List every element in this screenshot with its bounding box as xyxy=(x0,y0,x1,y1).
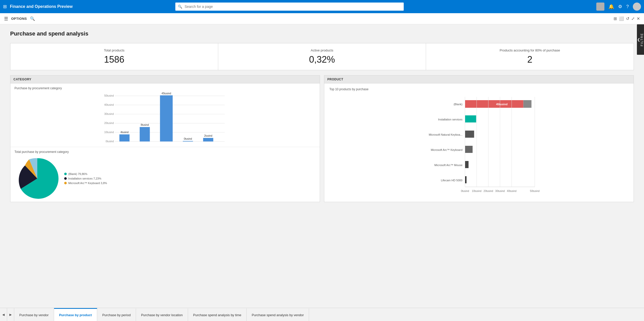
svg-text:40tusind: 40tusind xyxy=(104,103,114,106)
toolbar-right: ⊞ ⬜ ↺ ⤢ ✕ xyxy=(614,16,640,21)
svg-text:20tusind: 20tusind xyxy=(104,122,114,124)
svg-text:10tusind: 10tusind xyxy=(472,190,482,192)
top-navigation: ⊞ Finance and Operations Preview 🔍 🔔 ⚙ ? xyxy=(0,0,644,13)
hbar-installation[interactable] xyxy=(465,115,476,122)
bottom-tabs: ◀ ▶ Purchase by vendor Purchase by produ… xyxy=(0,308,644,321)
legend-arc-keyboard: Microsoft Arc™ Keyboard 3,8% xyxy=(64,182,107,185)
svg-text:8tusind: 8tusind xyxy=(141,123,149,126)
tab-purchase-by-vendor-location[interactable]: Purchase by vendor location xyxy=(136,308,188,321)
svg-text:4tusind: 4tusind xyxy=(120,131,128,134)
svg-text:10tusind: 10tusind xyxy=(104,131,114,134)
hbar-blank-secondary xyxy=(523,100,532,108)
bar-office[interactable] xyxy=(160,95,173,141)
user-avatar[interactable] xyxy=(633,3,641,11)
page-title: Purchase and spend analysis xyxy=(10,30,634,37)
kpi-total-products: Total products 1586 xyxy=(10,43,218,70)
settings-icon[interactable]: ⚙ xyxy=(618,4,622,9)
svg-text:Microsoft Natural Keyboa...: Microsoft Natural Keyboa... xyxy=(429,133,463,136)
hbar-chart-container: Top 10 products by purchase (Blank) 45tu… xyxy=(324,83,634,202)
tab-purchase-by-period[interactable]: Purchase by period xyxy=(97,308,136,321)
kpi-80pct-products-value: 2 xyxy=(432,54,628,65)
hbar-chart-title: Top 10 products by purchase xyxy=(329,87,629,91)
pie-chart-svg xyxy=(14,156,60,201)
svg-text:50tusind: 50tusind xyxy=(530,190,540,192)
svg-text:20tusind: 20tusind xyxy=(484,190,493,192)
kpi-row: Total products 1586 Active products 0,32… xyxy=(10,43,634,70)
pie-chart-container: Total purchase by procurement category xyxy=(10,147,320,202)
svg-text:0tusind: 0tusind xyxy=(184,137,192,140)
filter-label: FILTRE xyxy=(640,33,644,46)
bookmark-icon[interactable]: ⊞ xyxy=(614,16,617,21)
category-panel-header: CATEGORY xyxy=(10,76,320,83)
secondary-toolbar: ☰ OPTIONS 🔍 ⊞ ⬜ ↺ ⤢ ✕ xyxy=(0,13,644,24)
charts-row: CATEGORY Purchase by procurement categor… xyxy=(10,75,634,202)
svg-text:Installation services: Installation services xyxy=(438,118,463,121)
svg-text:30tusind: 30tusind xyxy=(495,190,505,192)
user-avatar-placeholder xyxy=(596,3,604,11)
svg-text:0tusind: 0tusind xyxy=(461,190,469,192)
category-panel-body: Purchase by procurement category 0tusind… xyxy=(10,83,320,202)
kpi-active-products: Active products 0,32% xyxy=(218,43,426,70)
bar-photocopiers[interactable] xyxy=(203,138,213,141)
tab-purchase-spend-analysis-vendor[interactable]: Purchase spend analysis by vendor xyxy=(247,308,309,321)
tab-purchase-by-product[interactable]: Purchase by product xyxy=(54,308,97,321)
svg-text:30tusind: 30tusind xyxy=(104,113,114,115)
svg-text:45tusind: 45tusind xyxy=(496,103,507,106)
kpi-total-products-value: 1586 xyxy=(16,54,212,65)
svg-text:(Blank): (Blank) xyxy=(454,103,463,106)
hamburger-icon[interactable]: ☰ xyxy=(4,16,8,22)
bar-chart-svg: 0tusind 10tusind 20tusind 30tusind 40tus… xyxy=(14,92,316,143)
bar-chart-title: Purchase by procurement category xyxy=(14,86,316,90)
tab-purchase-by-vendor[interactable]: Purchase by vendor xyxy=(14,308,54,321)
bar-blank[interactable] xyxy=(120,134,130,141)
svg-text:50tusind: 50tusind xyxy=(104,94,114,97)
search-container: 🔍 xyxy=(175,3,404,11)
svg-text:45tusind: 45tusind xyxy=(162,92,171,95)
svg-text:Lifecam HD 5000: Lifecam HD 5000 xyxy=(441,179,463,182)
tab-next-arrow[interactable]: ▶ xyxy=(7,308,14,321)
close-icon[interactable]: ✕ xyxy=(637,16,640,21)
kpi-active-products-label: Active products xyxy=(224,48,420,52)
tab-purchase-spend-analysis-time[interactable]: Purchase spend analysis by time xyxy=(188,308,247,321)
extension-icon[interactable]: ⬜ xyxy=(619,16,624,21)
refresh-icon[interactable]: ↺ xyxy=(626,16,629,21)
hbar-chart-svg: (Blank) 45tusind Installation services M… xyxy=(329,93,629,200)
bar-chart-container: Purchase by procurement category 0tusind… xyxy=(10,83,320,147)
search-input[interactable] xyxy=(175,3,404,11)
product-panel: PRODUCT Top 10 products by purchase (Bla… xyxy=(324,75,634,202)
expand-icon[interactable]: ⤢ xyxy=(631,16,635,21)
hbar-lifecam[interactable] xyxy=(465,176,467,183)
toolbar-search-icon[interactable]: 🔍 xyxy=(30,16,35,21)
legend-installation: Installation services 7,23% xyxy=(64,177,107,180)
nav-right: 🔔 ⚙ ? xyxy=(596,3,641,11)
hbar-ms-arc-mouse[interactable] xyxy=(465,161,469,168)
filter-panel[interactable]: ❮ FILTRE xyxy=(637,24,644,55)
pie-chart-title: Total purchase by procurement category xyxy=(14,150,316,154)
tab-prev-arrow[interactable]: ◀ xyxy=(0,308,7,321)
svg-text:Microsoft Arc™ Keyboard: Microsoft Arc™ Keyboard xyxy=(431,148,463,151)
main-content: Purchase and spend analysis Total produc… xyxy=(0,24,644,308)
filter-chevron-icon: ❮ xyxy=(637,38,640,42)
search-icon: 🔍 xyxy=(178,5,182,9)
kpi-80pct-products: Products accounting for 80% of purchase … xyxy=(426,43,634,70)
svg-text:40tusind: 40tusind xyxy=(507,190,517,192)
legend-blank: (Blank) 79,86% xyxy=(64,172,107,175)
hbar-ms-natural[interactable] xyxy=(465,131,474,138)
product-panel-body: Top 10 products by purchase (Blank) 45tu… xyxy=(324,83,634,202)
svg-text:0tusind: 0tusind xyxy=(106,140,114,143)
kpi-total-products-label: Total products xyxy=(16,48,212,52)
bar-paper[interactable] xyxy=(183,141,193,141)
kpi-80pct-products-label: Products accounting for 80% of purchase xyxy=(432,48,628,52)
bar-computers[interactable] xyxy=(140,127,150,141)
hbar-ms-arc-kb[interactable] xyxy=(465,146,473,153)
help-icon[interactable]: ? xyxy=(626,4,629,9)
svg-text:2tusind: 2tusind xyxy=(204,134,212,137)
grid-icon[interactable]: ⊞ xyxy=(3,4,7,9)
kpi-active-products-value: 0,32% xyxy=(224,54,420,65)
product-panel-header: PRODUCT xyxy=(324,76,634,83)
app-title: Finance and Operations Preview xyxy=(10,4,73,9)
options-label: OPTIONS xyxy=(11,17,27,21)
svg-text:Microsoft Arc™ Mouse: Microsoft Arc™ Mouse xyxy=(434,164,463,167)
notification-icon[interactable]: 🔔 xyxy=(608,4,614,9)
hbar-blank[interactable] xyxy=(465,100,523,108)
